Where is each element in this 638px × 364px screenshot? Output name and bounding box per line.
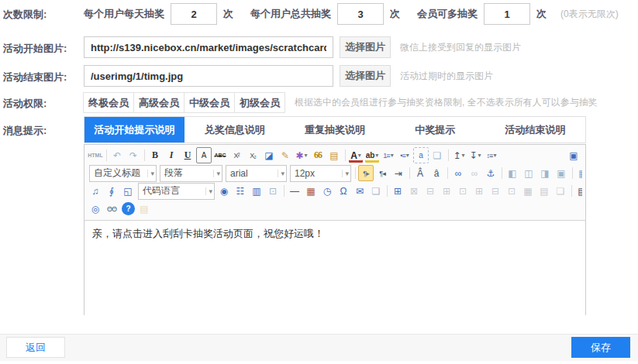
time-icon[interactable]: ◷ [319,183,335,199]
ltr-icon[interactable]: ¶▸ [358,165,374,181]
caret-down-icon[interactable]: ▾ [342,170,349,177]
blank-doc-icon[interactable]: ❏ [429,147,445,163]
toolbar-separator [387,185,388,197]
image-align-left-icon[interactable]: ◧ [505,165,520,181]
member-option-3[interactable]: 中级会员 [184,92,235,113]
undo-icon[interactable]: ↶ [109,147,125,163]
member-option-2[interactable]: 高级会员 [133,92,185,113]
caret-down-icon[interactable]: ▾ [147,170,154,177]
insert-image-icon[interactable]: ▦ [575,165,582,181]
fullscreen-icon[interactable]: ▣ [566,147,581,163]
table-props-icon[interactable]: ▤ [536,183,552,199]
redo-icon[interactable]: ↷ [126,147,141,163]
horizontal-rule-icon[interactable]: — [287,183,302,199]
date-icon[interactable]: ▦ [303,183,319,199]
paste-icon[interactable]: ▤ [136,201,152,217]
preview-icon[interactable]: ◎ [88,201,103,217]
link-icon[interactable]: ∞ [450,165,466,181]
message-tab-2[interactable]: 兑奖信息说明 [185,117,285,143]
code-language-select[interactable]: 代码语言▾ [138,183,215,200]
search-replace-icon[interactable]: ΘΘ [104,201,119,217]
split-cells-icon[interactable]: ▦ [520,183,536,199]
caret-down-icon[interactable]: ▾ [213,170,220,177]
paragraph-bottom-spacing-icon[interactable]: ↧ [467,147,483,163]
map-icon[interactable]: ◉ [216,183,232,199]
source-code-icon[interactable]: HTML [88,147,103,163]
caret-down-icon[interactable]: ▾ [205,187,212,195]
unlink-icon[interactable]: ∞ [467,165,482,181]
help-icon[interactable]: ? [122,202,135,215]
columns-icon[interactable]: ▥ [249,183,264,199]
custom-title-select[interactable]: 自定义标题▾ [89,165,157,182]
music-icon[interactable]: ♫ [88,183,103,199]
highlight-color-icon[interactable]: ab [364,147,380,163]
font-color-icon[interactable]: A [348,147,364,163]
font-size-select[interactable]: 12px▾ [290,165,351,182]
superscript-icon[interactable]: X² [229,147,244,163]
back-button[interactable]: 返回 [6,337,65,358]
paste-text-icon[interactable]: ▤ [326,147,342,163]
start-image-input[interactable] [84,36,333,58]
image-align-center-icon[interactable]: ◫ [521,165,536,181]
indent-icon[interactable]: ⇥ [391,165,406,181]
blockquote-icon[interactable]: 66 [310,147,326,163]
subscript-icon[interactable]: X₂ [245,147,260,163]
insert-frame-icon[interactable]: ◱ [120,183,136,199]
page-break-icon[interactable]: ❏ [553,183,568,199]
insert-table-icon[interactable]: ⊞ [390,183,405,199]
print-icon[interactable]: ▤ [574,183,582,199]
anchor-icon[interactable]: a [413,147,429,163]
message-tab-5[interactable]: 活动结束说明 [485,117,585,143]
member-option-4[interactable]: 初级会员 [234,92,285,113]
rtl-icon[interactable]: ¶◂ [374,165,390,181]
unordered-list-icon[interactable]: •≡ [397,147,412,163]
save-button[interactable]: 保存 [571,337,630,358]
image-align-right-icon[interactable]: ◨ [537,165,553,181]
end-image-pick-button[interactable]: 选择图片 [340,65,391,87]
paragraph-top-spacing-icon[interactable]: ↥ [451,147,467,163]
line-spacing-icon[interactable]: ↕≡ [484,147,499,163]
member-option-1[interactable]: 终极会员 [83,92,134,113]
start-image-pick-button[interactable]: 选择图片 [340,36,391,58]
ordered-list-icon[interactable]: 1≡ [381,147,396,163]
comment-icon[interactable]: ✉ [352,183,367,199]
eraser-icon[interactable]: ◪ [261,147,277,163]
message-tab-4[interactable]: 中奖提示 [385,117,485,143]
attachment-icon[interactable]: ∮ [104,183,119,199]
bold-icon[interactable]: B [147,147,163,163]
lowercase-icon[interactable]: â [429,165,444,181]
uppercase-icon[interactable]: Â [412,165,428,181]
gmap-icon[interactable]: ☷ [233,183,248,199]
delete-table-icon[interactable]: ⊠ [406,183,422,199]
total-input[interactable] [337,3,384,25]
delete-col-icon[interactable]: ⊡ [504,183,519,199]
member-options: 终极会员高级会员中级会员初级会员 [84,92,285,113]
message-tab-3[interactable]: 重复抽奖说明 [285,117,385,143]
table-title-icon[interactable]: ⊟ [422,183,438,199]
caret-down-icon[interactable]: ▾ [278,170,285,177]
paragraph-select[interactable]: 段落▾ [160,165,222,182]
editor-content[interactable]: 亲，请点击进入刮刮卡抽奖活动页面，祝您好运哦！ [84,221,585,326]
delete-row-icon[interactable]: ⊟ [488,183,503,199]
format-brush-icon[interactable]: ✎ [278,147,293,163]
member-extra-input[interactable] [484,3,530,25]
per-day-input[interactable] [171,3,217,25]
quick-doc-icon[interactable]: ❏ [368,183,384,199]
insert-col-icon[interactable]: ⊞ [471,183,487,199]
start-image-row: 选择图片 微信上接受到回复的显示图片 [84,36,521,58]
italic-icon[interactable]: I [164,147,179,163]
anchor-set-icon[interactable]: ⚓ [483,165,498,181]
toolbar-separator [448,149,449,161]
special-char-icon[interactable]: Ω [336,183,351,199]
underline-icon[interactable]: U [180,147,195,163]
message-tab-1[interactable]: 活动开始提示说明 [84,117,185,143]
snapshot-icon[interactable]: ⊡ [265,183,281,199]
merge-cells-icon[interactable]: ⊞ [439,183,454,199]
strikethrough-icon[interactable]: ABC [212,147,228,163]
insert-row-icon[interactable]: ⊡ [455,183,471,199]
font-family-select[interactable]: arial▾ [226,165,287,182]
end-image-input[interactable] [84,65,333,87]
image-inline-icon[interactable]: ▣ [554,165,569,181]
auto-typeset-icon[interactable]: ✱ [294,147,309,163]
font-border-icon[interactable]: A [196,147,212,163]
